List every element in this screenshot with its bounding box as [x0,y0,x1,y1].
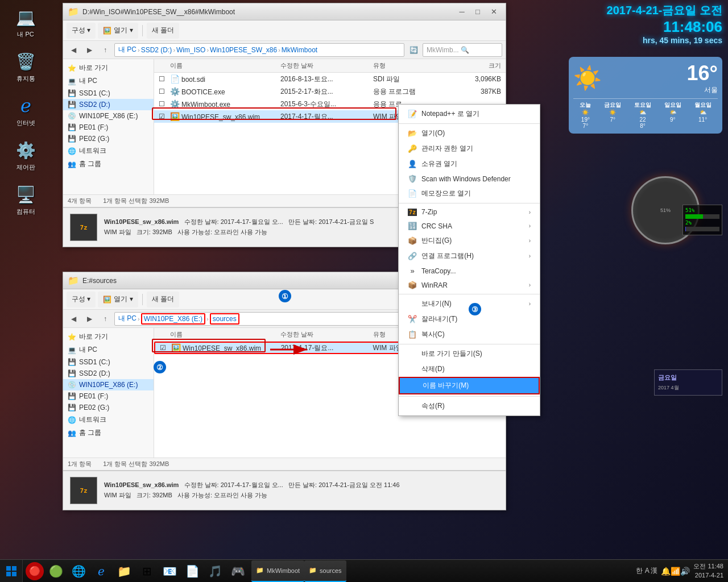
taskbar-icon-email[interactable]: 📧 [159,560,180,582]
sidebar-ssd2[interactable]: 💾 SSD2 (D:) [63,99,154,110]
col-name-header[interactable]: 이름 [168,61,278,70]
window1-open-btn[interactable]: 🖼️ 열기 ▾ [98,23,138,39]
window1-maximize-btn[interactable]: □ [470,6,485,18]
ctx-bandzip[interactable]: 📦 반디집(G) › [399,233,540,248]
taskbar-search-btn[interactable]: 🔴 [26,562,44,580]
addr-win10[interactable]: Win10PESE_SW_x86 [210,46,277,54]
sidebar2-homegroup[interactable]: 👥 홈 그룹 [63,426,154,439]
window1-close-btn[interactable]: ✕ [486,6,501,18]
ctx-shortcut[interactable]: 바로 가기 만들기(S) [399,346,540,361]
addr-mkwimboot[interactable]: MkWimboot [282,46,317,54]
sidebar-mypc[interactable]: 💻 내 PC [63,74,154,88]
window1-forward-btn[interactable]: ▶ [82,43,96,57]
start-button[interactable] [0,560,23,583]
sidebar-pe01[interactable]: 💾 PE01 (F:) [63,122,154,133]
sidebar2-win10pe[interactable]: 💿 WIN10PE_X86 (E:) [63,379,154,390]
ctx-copy[interactable]: 📋 복사(C) [399,327,540,342]
window1-up-btn[interactable]: ↑ [98,43,112,57]
window2-forward-btn[interactable]: ▶ [82,312,96,326]
window1-search[interactable]: MkWimb... 🔍 [423,43,502,57]
ctx-winrar[interactable]: 📦 WinRAR › [399,278,540,292]
sidebar2-mypc[interactable]: 💻 내 PC [63,343,154,356]
ctx-notepad-plus[interactable]: 📝 Notepad++ 로 열기 [399,106,540,122]
desktop-icon-mypc[interactable]: 💻 내 PC [6,6,46,39]
file-row-bootsdi[interactable]: ☐ 📄boot.sdi 2016-8-13-토요... SDI 파일 3,096… [154,73,506,85]
taskbar-explorer-2[interactable]: 📁 sources [304,560,346,582]
window2-fileinfo-details: Win10PESE_sw_x86.wim 수정한 날짜: 2017-4-17-월… [104,480,400,500]
taskbar-icon-folder[interactable]: 📁 [113,560,135,582]
addr-pc[interactable]: 내 PC [118,45,136,55]
addr2-sources[interactable]: sources [210,313,239,325]
window1-address-bar[interactable]: 내 PC › SSD2 (D:) › Wim_ISO › Win10PESE_S… [114,43,404,57]
addr-wimiso[interactable]: Wim_ISO [176,46,205,54]
col2-date-header[interactable]: 수정한 날짜 [278,330,371,339]
desktop-icon-comp-label: 컴퓨터 [16,207,35,216]
desktop-icon-ie[interactable]: ℯ 인터넷 [6,94,46,127]
taskbar-icon-green[interactable]: 🟢 [45,560,67,582]
sidebar-homegroup[interactable]: 👥 홈 그룹 [63,157,154,171]
ctx-open[interactable]: 📂 열기(O) [399,126,540,141]
sidebar2-quick-access[interactable]: ⭐ 바로 가기 [63,330,154,343]
sidebar2-pe01[interactable]: 💾 PE01 (F:) [63,390,154,402]
window2-back-btn[interactable]: ◀ [67,312,80,326]
media-taskbar-icon: 📄 [185,564,200,578]
ctx-rename[interactable]: 이름 바꾸기(M) [399,377,540,394]
file-icon-bootice: ⚙️ [170,87,180,96]
ctx-scan-defender[interactable]: 🛡️ Scan with Windows Defender [399,172,540,186]
sysmon-bar [685,214,719,219]
taskbar-icon-music[interactable]: 🎵 [204,560,226,582]
sidebar-win10pe[interactable]: 💿 WIN10PE_X86 (E:) [63,110,154,122]
ctx-crc-sha[interactable]: 🔢 CRC SHA › [399,219,540,233]
window2-item-count: 1개 항목 [68,460,92,468]
file-row-bootice[interactable]: ☐ ⚙️BOOTICE.exe 2015-2-17-화요... 응용 프로그램 … [154,85,506,98]
col-type-header[interactable]: 유형 [371,61,446,70]
ctx-open-with[interactable]: 🔗 연결 프로그램(H) › [399,248,540,264]
ctx-delete[interactable]: 삭제(D) [399,361,540,377]
taskbar-icon-chrome[interactable]: 🌐 [68,560,89,582]
sidebar2-ssd2[interactable]: 💾 SSD2 (D:) [63,368,154,379]
window1-newfolder-btn[interactable]: 새 폴더 [147,23,179,39]
sidebar-quick-access[interactable]: ⭐ 바로 가기 [63,61,154,74]
drive2-f-icon: 💾 [68,392,76,400]
taskbar-clock[interactable]: 오전 11:48 2017-4-21 [693,562,723,580]
col-date-header[interactable]: 수정한 날짜 [278,61,371,70]
col2-name-header[interactable]: 이름 [168,330,278,339]
addr2-drive[interactable]: WIN10PE_X86 (E:) [141,313,205,325]
ctx-properties[interactable]: 속성(R) [399,398,540,414]
sidebar2-network[interactable]: 🌐 네트워크 [63,413,154,426]
sidebar2-ssd1[interactable]: 💾 SSD1 (C:) [63,356,154,368]
addr2-pc[interactable]: 내 PC [118,314,136,323]
window2-newfolder-btn[interactable]: 새 폴더 [147,292,179,307]
taskbar-icon-media[interactable]: 📄 [181,560,203,582]
taskbar-lang[interactable]: 한 A 漢 [636,566,657,576]
col-size-header[interactable]: 크기 [446,61,503,70]
window2-organize-btn[interactable]: 구성 ▾ [67,292,96,307]
window1-back-btn[interactable]: ◀ [67,43,80,57]
ctx-notepad-open[interactable]: 📄 메모장으로 열기 [399,186,540,201]
taskbar-icon-game[interactable]: 🎮 [227,560,249,582]
sidebar-pe02[interactable]: 💾 PE02 (G:) [63,133,154,144]
window2-address-bar[interactable]: 내 PC › WIN10PE_X86 (E:) › sources [114,312,404,326]
desktop-icon-computer[interactable]: 🖥️ 컴퓨터 [6,183,46,216]
addr-ssd2[interactable]: SSD2 (D:) [141,46,172,54]
time-display: 11:48:06 [607,18,722,36]
ctx-cut[interactable]: ✂️ 잘라내기(T) [399,311,540,327]
window1-organize-btn[interactable]: 구성 ▾ [67,23,96,39]
taskbar-icon-ie[interactable]: ℯ [90,560,112,582]
taskbar-explorer-1[interactable]: 📁 MkWimboot [251,560,304,582]
ctx-owner-open[interactable]: 👤 소유권 열기 [399,156,540,172]
window1-refresh-btn[interactable]: 🔄 [407,43,420,57]
sidebar-network[interactable]: 🌐 네트워크 [63,144,154,157]
ctx-7zip[interactable]: 7z 7-Zip › [399,205,540,219]
desktop-icon-recycle[interactable]: 🗑️ 휴지통 [6,50,46,83]
ctx-teracopy[interactable]: » TeraCopy... [399,264,540,278]
window2-open-btn[interactable]: 🖼️ 열기 ▾ [98,292,138,307]
sidebar2-pe02[interactable]: 💾 PE02 (G:) [63,402,154,413]
ie-taskbar-icon: ℯ [98,564,105,578]
taskbar-icon-windows[interactable]: ⊞ [136,560,158,582]
desktop-icon-controlpanel[interactable]: ⚙️ 제어판 [6,139,46,172]
window2-up-btn[interactable]: ↑ [98,312,112,326]
sidebar-ssd1[interactable]: 💾 SSD1 (C:) [63,88,154,99]
ctx-admin-open[interactable]: 🔑 관리자 권한 열기 [399,141,540,156]
window1-minimize-btn[interactable]: ─ [454,6,469,18]
